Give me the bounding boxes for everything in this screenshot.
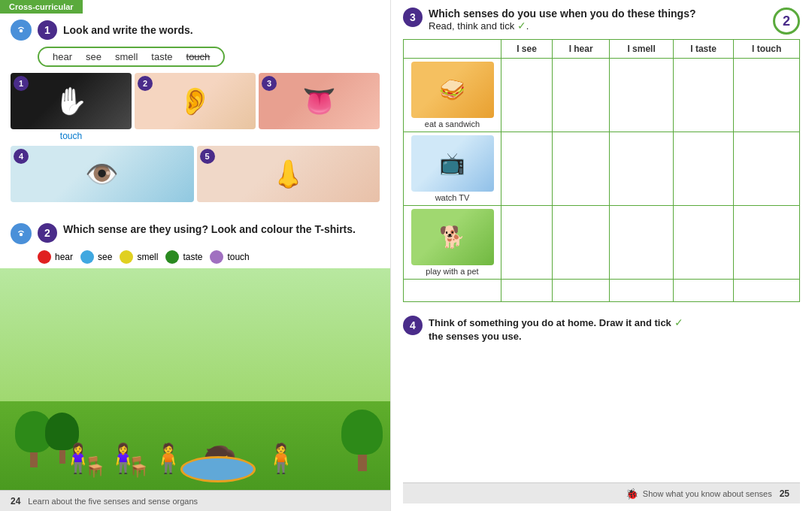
tree-3 <box>341 410 383 471</box>
legend-dot-see <box>80 250 94 264</box>
img-nose: 5 <box>197 146 380 202</box>
figure-5: 🧍 <box>263 442 298 475</box>
q3-number: 3 <box>403 8 423 27</box>
tv-touch[interactable] <box>734 132 800 206</box>
wb-smell: smell <box>115 51 138 62</box>
chair-2: 🪑 <box>126 455 150 479</box>
activity-label-pet: play with a pet <box>407 267 498 276</box>
sandwich-see[interactable] <box>501 59 553 132</box>
q2-header: 2 Which sense are they using? Look and c… <box>0 217 390 247</box>
img-label-2 <box>135 131 256 143</box>
activity-label-sandwich: eat a sandwich <box>407 119 498 129</box>
activity-label-tv: watch TV <box>407 193 498 202</box>
table-row-empty1 <box>404 280 800 302</box>
left-panel: Cross-curricular 1 Look and write the wo… <box>0 0 391 511</box>
activity-img-sandwich: 🥪 <box>411 62 494 118</box>
right-page-num: 25 <box>780 488 789 499</box>
tv-see[interactable] <box>501 132 553 206</box>
page-badge: 2 <box>773 8 800 35</box>
legend-dot-taste <box>165 250 179 264</box>
pet-touch[interactable] <box>734 206 800 280</box>
activity-img-pet: 🐕 <box>411 209 494 265</box>
q3-subtitle: Read, think and tick ✓. <box>429 20 696 32</box>
legend-label-touch: touch <box>227 252 249 262</box>
svg-point-3 <box>20 233 23 237</box>
tv-taste[interactable] <box>673 132 733 206</box>
col-taste: I taste <box>673 40 733 59</box>
q3-text-block: Which senses do you use when you do thes… <box>429 8 696 32</box>
table-row-pet: 🐕 play with a pet <box>404 206 800 280</box>
activity-img-tv: 📺 <box>411 135 494 192</box>
sandwich-taste[interactable] <box>673 59 733 132</box>
img-num-3: 3 <box>262 76 277 91</box>
word-bank: hear see smell taste touch <box>38 47 225 67</box>
pet-taste[interactable] <box>673 206 733 280</box>
activity-sandwich-cell: 🥪 eat a sandwich <box>404 59 501 132</box>
sandwich-touch[interactable] <box>734 59 800 132</box>
img-num-1: 1 <box>14 76 29 91</box>
tree-top-3 <box>341 410 383 455</box>
legend-see: see <box>80 250 112 264</box>
q4-section: 4 Think of something you do at home. Dra… <box>403 316 800 343</box>
pet-see[interactable] <box>501 206 553 280</box>
col-activity <box>404 40 501 59</box>
left-footer: 24 Learn about the five senses and sense… <box>0 490 390 511</box>
q4-tick: ✓ <box>674 316 683 328</box>
tv-smell[interactable] <box>610 132 674 206</box>
cross-curricular-badge: Cross-curricular <box>0 0 83 14</box>
q3-title: Which senses do you use when you do thes… <box>429 8 696 20</box>
q1-number: 1 <box>38 20 57 40</box>
img-hand: 1 <box>11 73 132 129</box>
q4-text-block: Think of something you do at home. Draw … <box>429 316 683 343</box>
right-page-note: Show what you know about senses <box>643 489 772 498</box>
svg-point-1 <box>20 29 23 33</box>
img-eye: 4 <box>11 146 194 202</box>
table-row-tv: 📺 watch TV <box>404 132 800 206</box>
wb-taste: taste <box>151 51 172 62</box>
pet-smell[interactable] <box>610 206 674 280</box>
q3-header: 3 Which senses do you use when you do th… <box>403 8 800 32</box>
q2-title: Which sense are they using? Look and col… <box>63 223 356 235</box>
sandwich-smell[interactable] <box>610 59 674 132</box>
wb-touch: touch <box>186 51 211 62</box>
images-grid-top: 1 touch 2 3 <box>0 73 390 143</box>
q1-icon <box>11 20 32 41</box>
q2-number: 2 <box>38 223 57 243</box>
senses-table: I see I hear I smell I taste I touch 🥪 e… <box>403 39 800 302</box>
img-num-2: 2 <box>138 76 153 91</box>
img-label-4 <box>11 204 194 216</box>
activity-pet-cell: 🐕 play with a pet <box>404 206 501 280</box>
img-num-5: 5 <box>200 149 215 164</box>
illustration-area: 🧍‍♀️ 🧍‍♀️ 🧍 🧒 🧍 🪑 🪑 <box>0 268 390 490</box>
legend-hear: hear <box>38 250 73 264</box>
right-footer: 🐞 Show what you know about senses 25 <box>403 482 800 503</box>
images-grid-bottom: 4 5 <box>0 146 390 216</box>
legend-label-taste: taste <box>183 252 202 262</box>
img-cell-4: 4 <box>11 146 194 216</box>
col-hear: I hear <box>553 40 610 59</box>
pet-hear[interactable] <box>553 206 610 280</box>
legend-dot-hear <box>38 250 51 264</box>
pool <box>180 456 256 482</box>
sandwich-hear[interactable] <box>553 59 610 132</box>
tv-hear[interactable] <box>553 132 610 206</box>
img-label-3 <box>259 131 380 143</box>
table-row-sandwich: 🥪 eat a sandwich <box>404 59 800 132</box>
q2-icon <box>11 223 32 244</box>
legend-label-smell: smell <box>137 252 158 262</box>
activity-tv-cell: 📺 watch TV <box>404 132 501 206</box>
col-see: I see <box>501 40 553 59</box>
col-smell: I smell <box>610 40 674 59</box>
legend-dot-smell <box>120 250 133 264</box>
q4-text: Think of something you do at home. Draw … <box>429 317 671 328</box>
img-num-4: 4 <box>14 149 29 164</box>
legend-dot-touch <box>210 250 223 264</box>
img-cell-3: 3 <box>259 73 380 143</box>
tree-trunk-3 <box>358 455 367 471</box>
legend-taste: taste <box>165 250 202 264</box>
img-cell-1: 1 touch <box>11 73 132 143</box>
img-label-1: touch <box>11 131 132 143</box>
left-page-num: 24 <box>11 496 20 506</box>
img-cell-5: 5 <box>197 146 380 216</box>
q4-number: 4 <box>403 316 423 335</box>
